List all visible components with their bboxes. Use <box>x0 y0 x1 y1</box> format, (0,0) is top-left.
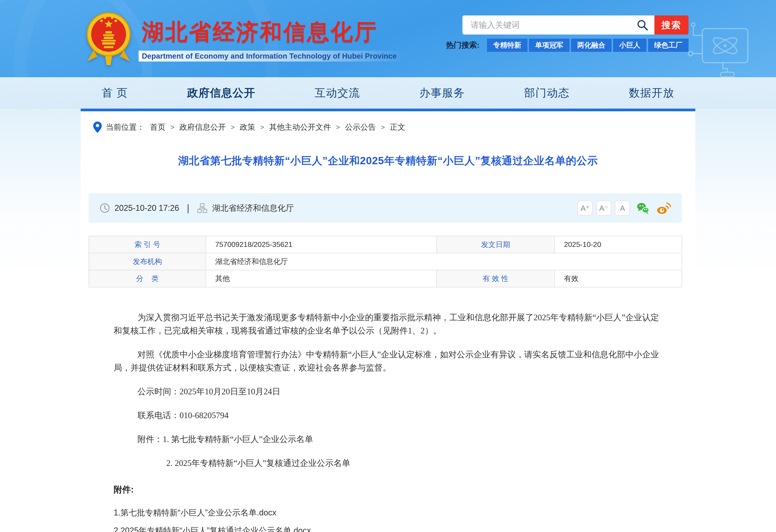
search-row: 搜索 <box>462 15 689 34</box>
info-value-issue-date: 2025-10-20 <box>555 236 682 253</box>
breadcrumb: 当前位置： 首页 > 政府信息公开 > 政策 > 其他主动公开文件 > 公示公告… <box>93 121 695 133</box>
search-area: 搜索 热门搜索: 专精特新 单项冠军 两化融合 小巨人 绿色工厂 <box>446 15 689 52</box>
article-paragraph-annex-1: 附件：1. 第七批专精特新“小巨人”企业公示名单 <box>114 433 659 446</box>
meta-right: A⁺ A⁻ A <box>574 201 671 216</box>
search-box <box>462 15 654 34</box>
info-row: 发布机构 湖北省经济和信息化厅 <box>89 253 682 270</box>
nav-home[interactable]: 首 页 <box>102 86 128 100</box>
font-increase-button[interactable]: A⁺ <box>578 201 593 216</box>
meta-divider: | <box>187 203 189 214</box>
search-icon[interactable] <box>636 19 648 31</box>
info-label-validity: 有 效 性 <box>436 270 555 287</box>
weibo-icon[interactable] <box>656 201 671 216</box>
national-emblem-logo <box>84 11 133 67</box>
breadcrumb-current: 正文 <box>390 122 405 132</box>
org-sitemap-icon <box>197 203 207 213</box>
publish-source: 湖北省经济和信息化厅 <box>212 203 294 214</box>
site-header: 湖北省经济和信息化厅 Department of Economy and Inf… <box>0 0 776 108</box>
nav-open-data[interactable]: 数据开放 <box>629 86 674 100</box>
info-label-category: 分 类 <box>89 270 206 287</box>
document-info-table: 索 引 号 757009218/2025-35621 发文日期 2025-10-… <box>88 236 682 287</box>
main-nav: 首 页 政府信息公开 互动交流 办事服务 部门动态 数据开放 <box>0 77 776 108</box>
attachment-link-1[interactable]: 1.第七批专精特新“小巨人”企业公示名单.docx <box>114 507 695 518</box>
article-paragraph-contact-phone: 联系电话：010-68205794 <box>114 409 659 422</box>
breadcrumb-label: 当前位置： <box>106 122 145 132</box>
info-label-publisher: 发布机构 <box>89 253 206 270</box>
breadcrumb-policy[interactable]: 政策 <box>240 122 255 132</box>
hot-tag-xiaojuren[interactable]: 小巨人 <box>613 39 646 52</box>
article-paragraph: 对照《优质中小企业梯度培育管理暂行办法》中专精特新“小巨人”企业认定标准，如对公… <box>114 348 659 374</box>
hot-search-label: 热门搜索: <box>446 40 479 50</box>
nav-department-news[interactable]: 部门动态 <box>524 86 570 100</box>
attachments-heading: 附件: <box>114 484 695 495</box>
article-paragraph-notice-period: 公示时间：2025年10月20日至10月24日 <box>114 385 659 398</box>
hot-search-row: 热门搜索: 专精特新 单项冠军 两化融合 小巨人 绿色工厂 <box>446 39 689 52</box>
attachment-link-2-underlined: 复核通过企业公示名单 <box>209 526 291 532</box>
nav-gov-info-disclosure[interactable]: 政府信息公开 <box>187 86 255 100</box>
brand-text: 湖北省经济和信息化厅 Department of Economy and Inf… <box>142 11 397 62</box>
nav-services[interactable]: 办事服务 <box>419 86 465 100</box>
article-meta-bar: 2025-10-20 17:26 | 湖北省经济和信息化厅 A⁺ A⁻ A <box>88 193 682 223</box>
content-card: 当前位置： 首页 > 政府信息公开 > 政策 > 其他主动公开文件 > 公示公告… <box>81 108 695 532</box>
info-row: 索 引 号 757009218/2025-35621 发文日期 2025-10-… <box>89 236 682 253</box>
article-paragraph: 为深入贯彻习近平总书记关于激发涌现更多专精特新中小企业的重要指示批示精神，工业和… <box>114 311 659 337</box>
breadcrumb-gov-info[interactable]: 政府信息公开 <box>180 122 226 132</box>
breadcrumb-separator: > <box>381 123 385 131</box>
info-label-index-number: 索 引 号 <box>89 236 206 253</box>
attachment-link-2-suffix: .docx <box>291 526 311 532</box>
info-label-issue-date: 发文日期 <box>436 236 555 253</box>
attachment-link-2[interactable]: 2.2025年专精特新“小巨人”复核通过企业公示名单.docx <box>114 525 695 532</box>
nav-interaction[interactable]: 互动交流 <box>315 86 360 100</box>
atom-monitor-icon <box>687 22 761 81</box>
publish-datetime: 2025-10-20 17:26 <box>115 203 179 213</box>
site-title-en-wrap: Department of Economy and Information Te… <box>142 51 397 62</box>
article-title: 湖北省第七批专精特新“小巨人”企业和2025年专精特新“小巨人”复核通过企业名单… <box>99 154 677 168</box>
location-pin-icon <box>93 121 102 133</box>
breadcrumb-separator: > <box>336 123 340 131</box>
info-value-validity: 有效 <box>555 270 682 287</box>
site-title: 湖北省经济和信息化厅 <box>142 17 397 47</box>
info-value-category: 其他 <box>206 270 436 287</box>
info-row: 分 类 其他 有 效 性 有效 <box>89 270 682 287</box>
info-value-index-number: 757009218/2025-35621 <box>206 236 436 253</box>
meta-left: 2025-10-20 17:26 | 湖北省经济和信息化厅 <box>100 203 294 214</box>
info-value-publisher: 湖北省经济和信息化厅 <box>206 253 682 270</box>
wechat-icon[interactable] <box>635 201 650 216</box>
breadcrumb-public-notices[interactable]: 公示公告 <box>345 122 376 132</box>
hot-tag-zhuanjingtexin[interactable]: 专精特新 <box>487 39 528 52</box>
breadcrumb-separator: > <box>260 123 264 131</box>
clock-icon <box>100 203 110 213</box>
breadcrumb-other-open-docs[interactable]: 其他主动公开文件 <box>269 122 331 132</box>
font-decrease-button[interactable]: A⁻ <box>596 201 611 216</box>
hot-tag-lvsegongchang[interactable]: 绿色工厂 <box>648 39 689 52</box>
breadcrumb-home[interactable]: 首页 <box>150 122 165 132</box>
site-brand: 湖北省经济和信息化厅 Department of Economy and Inf… <box>84 11 397 67</box>
attachment-link-2-prefix: 2.2025年专精特新“小巨人” <box>114 526 209 532</box>
nav-inner: 首 页 政府信息公开 互动交流 办事服务 部门动态 数据开放 <box>102 77 674 108</box>
page: 湖北省经济和信息化厅 Department of Economy and Inf… <box>0 0 776 532</box>
article-body: 为深入贯彻习近平总书记关于激发涌现更多专精特新中小企业的重要指示批示精神，工业和… <box>114 311 659 470</box>
font-reset-button[interactable]: A <box>615 201 630 216</box>
breadcrumb-separator: > <box>231 123 235 131</box>
article-paragraph-annex-2: 2. 2025年专精特新“小巨人”复核通过企业公示名单 <box>114 457 659 470</box>
breadcrumb-separator: > <box>170 123 175 131</box>
hot-tag-lianghuaronghe[interactable]: 两化融合 <box>571 39 611 52</box>
attachments-section: 附件: 1.第七批专精特新“小巨人”企业公示名单.docx 2.2025年专精特… <box>114 484 695 532</box>
search-input[interactable] <box>462 15 654 34</box>
search-button[interactable]: 搜索 <box>654 15 689 34</box>
site-title-en: Department of Economy and Information Te… <box>142 51 397 61</box>
hot-tag-danxiangguanjun[interactable]: 单项冠军 <box>529 39 569 52</box>
